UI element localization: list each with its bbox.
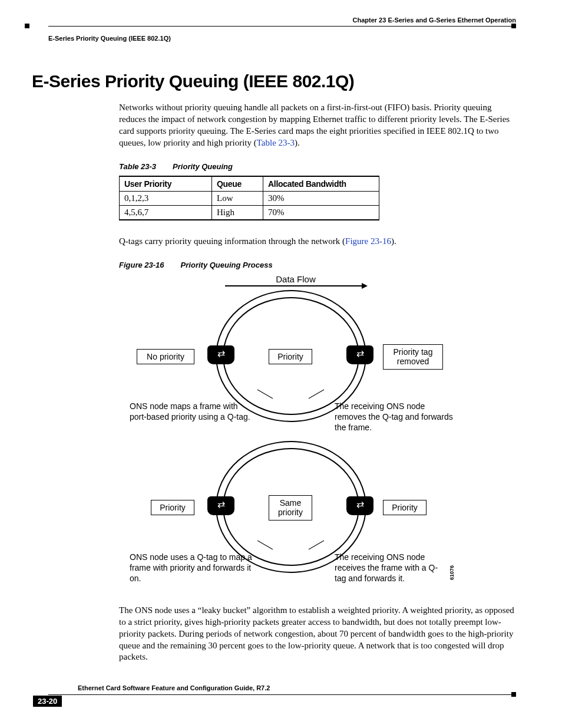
- col-bandwidth: Allocated Bandwidth: [263, 176, 379, 192]
- intro-text-a: Networks without priority queuing handle…: [119, 103, 510, 147]
- data-flow-label: Data Flow: [119, 274, 472, 284]
- cell: 4,5,6,7: [120, 205, 212, 220]
- leaky-bucket-paragraph: The ONS node uses a “leaky bucket” algor…: [119, 605, 520, 664]
- tag-priority-left: Priority: [151, 500, 194, 516]
- intro-paragraph: Networks without priority queuing handle…: [119, 102, 520, 149]
- intro-text-b: ).: [295, 138, 300, 147]
- figure-ref-link[interactable]: Figure 23-16: [345, 236, 391, 246]
- table-caption: Table 23-3Priority Queuing: [119, 162, 516, 171]
- qtag-text-a: Q-tags carry priority queuing informatio…: [119, 236, 345, 246]
- table-row: 0,1,2,3 Low 30%: [120, 191, 379, 205]
- ring-diagram-2: ⇄ ⇄ Priority Same priority Priority ONS …: [119, 441, 472, 588]
- qtag-text-b: ).: [391, 236, 396, 246]
- tag-same-priority: Same priority: [269, 495, 312, 521]
- ons-node-icon: ⇄: [207, 345, 234, 364]
- cell: 70%: [263, 205, 379, 220]
- ons-node-icon: ⇄: [346, 345, 373, 364]
- figure-id-label: 61076: [449, 565, 455, 580]
- ring1-left-caption: ONS node maps a frame with port-based pr…: [130, 401, 253, 422]
- ons-node-icon: ⇄: [346, 496, 373, 515]
- figure-diagram: Data Flow ⇄ ⇄ No priority Priority Prior…: [119, 274, 472, 588]
- page: Chapter 23 E-Series and G-Series Etherne…: [0, 0, 562, 728]
- cell: Low: [212, 191, 263, 205]
- qtag-paragraph: Q-tags carry priority queuing informatio…: [119, 236, 520, 248]
- cell: 0,1,2,3: [120, 191, 212, 205]
- table-header-row: User Priority Queue Allocated Bandwidth: [120, 176, 379, 192]
- table-ref-link[interactable]: Table 23-3: [257, 138, 295, 147]
- ring1-right-caption: The receiving ONS node removes the Q-tag…: [335, 401, 458, 433]
- table-row: 4,5,6,7 High 70%: [120, 205, 379, 220]
- rule-marker-icon: [511, 24, 516, 28]
- ring2-right-caption: The receiving ONS node receives the fram…: [335, 552, 441, 584]
- ring2-left-caption: ONS node uses a Q-tag to map a frame wit…: [130, 552, 253, 584]
- running-header-chapter: Chapter 23 E-Series and G-Series Etherne…: [48, 17, 516, 24]
- rule-marker-icon: [511, 692, 516, 697]
- footer-doc-title: Ethernet Card Software Feature and Confi…: [78, 684, 270, 691]
- header-rule: [48, 26, 516, 36]
- priority-queuing-table: User Priority Queue Allocated Bandwidth …: [119, 176, 379, 220]
- table-number: Table 23-3: [119, 162, 156, 171]
- section-heading: E-Series Priority Queuing (IEEE 802.1Q): [32, 71, 516, 91]
- figure-caption: Figure 23-16Priority Queuing Process: [119, 261, 516, 269]
- tag-priority-right: Priority: [383, 500, 427, 516]
- tag-no-priority: No priority: [137, 349, 194, 365]
- cell: High: [212, 205, 263, 220]
- data-flow-arrow-icon: [225, 285, 366, 286]
- col-user-priority: User Priority: [120, 176, 212, 192]
- tag-priority: Priority: [269, 349, 312, 365]
- col-queue: Queue: [212, 176, 263, 192]
- figure-number: Figure 23-16: [119, 261, 164, 269]
- table-title: Priority Queuing: [173, 162, 233, 171]
- footer-rule: [48, 694, 516, 695]
- figure-title: Priority Queuing Process: [181, 261, 273, 269]
- rule-marker-icon: [25, 24, 29, 28]
- page-number: 23-20: [33, 696, 62, 707]
- tag-priority-removed: Priority tag removed: [383, 344, 443, 370]
- ons-node-icon: ⇄: [207, 496, 234, 515]
- ring-diagram-1: ⇄ ⇄ No priority Priority Priority tag re…: [119, 290, 472, 437]
- cell: 30%: [263, 191, 379, 205]
